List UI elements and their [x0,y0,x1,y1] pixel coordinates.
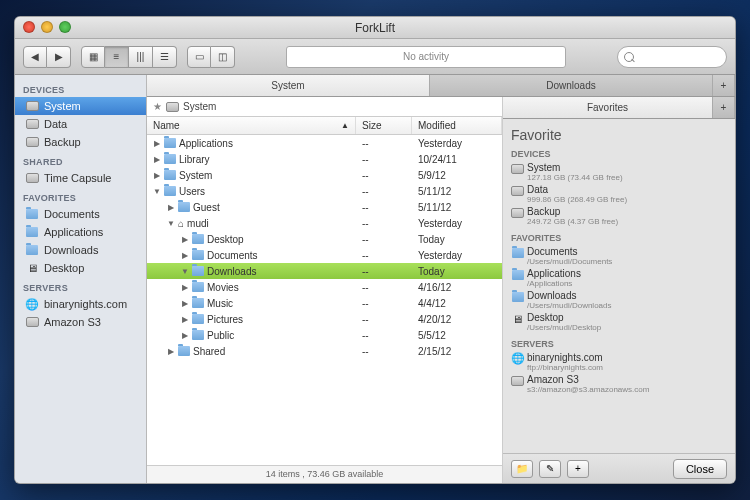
close-icon[interactable] [23,21,35,33]
favorite-item[interactable]: Downloads/Users/mudi/Downloads [511,289,727,311]
sidebar-item-label: binarynights.com [44,298,127,310]
sidebar-item[interactable]: Backup [15,133,146,151]
table-row[interactable]: ▼Users--5/11/12 [147,183,502,199]
dual-pane-button[interactable]: ◫ [211,46,235,68]
table-row[interactable]: ▶Music--4/4/12 [147,295,502,311]
tab[interactable]: System [147,75,430,96]
table-row[interactable]: ▼Downloads--Today [147,263,502,279]
edit-button[interactable]: ✎ [539,460,561,478]
icon-view-button[interactable]: ▦ [81,46,105,68]
single-pane-button[interactable]: ▭ [187,46,211,68]
file-modified: 5/9/12 [412,170,502,181]
disclosure-icon[interactable]: ▶ [181,331,189,340]
file-size: -- [356,138,412,149]
sidebar-item[interactable]: Documents [15,205,146,223]
new-tab-button[interactable]: + [713,97,735,118]
favorite-item[interactable]: System127.18 GB (73.44 GB free) [511,161,727,183]
tab[interactable]: Downloads [430,75,713,96]
file-name: mudi [187,218,209,229]
table-row[interactable]: ▶Movies--4/16/12 [147,279,502,295]
close-button[interactable]: Close [673,459,727,479]
file-modified: 2/15/12 [412,346,502,357]
sidebar-item[interactable]: System [15,97,146,115]
list-view-button[interactable]: ≡ [105,46,129,68]
activity-bar: No activity [286,46,566,68]
table-row[interactable]: ▶Shared--2/15/12 [147,343,502,359]
favorite-star-icon[interactable]: ★ [153,101,162,112]
sidebar-item[interactable]: 🌐binarynights.com [15,295,146,313]
table-row[interactable]: ▶System--5/9/12 [147,167,502,183]
favorite-sub: s3://amazon@s3.amazonaws.com [527,385,727,394]
search-input[interactable] [617,46,727,68]
path-bar[interactable]: ★ System [147,97,502,117]
file-name: Desktop [207,234,244,245]
disclosure-icon[interactable]: ▶ [181,283,189,292]
monitor-icon: 🖥 [27,262,38,274]
add-button[interactable]: + [567,460,589,478]
table-row[interactable]: ▶Library--10/24/11 [147,151,502,167]
disclosure-icon[interactable]: ▼ [181,267,189,276]
favorite-item[interactable]: 🖥Desktop/Users/mudi/Desktop [511,311,727,333]
path-segment[interactable]: System [183,101,216,112]
favorite-item[interactable]: Data999.86 GB (268.49 GB free) [511,183,727,205]
disclosure-icon[interactable]: ▶ [181,251,189,260]
disclosure-icon[interactable]: ▶ [181,235,189,244]
sidebar-item[interactable]: Downloads [15,241,146,259]
disclosure-icon[interactable]: ▼ [153,187,161,196]
folder-icon [512,292,524,302]
table-row[interactable]: ▶Pictures--4/20/12 [147,311,502,327]
titlebar[interactable]: ForkLift [15,17,735,39]
table-row[interactable]: ▼⌂mudi--Yesterday [147,215,502,231]
panel-heading: SERVERS [511,339,727,349]
col-modified[interactable]: Modified [412,117,502,134]
col-size[interactable]: Size [356,117,412,134]
column-view-button[interactable]: ||| [129,46,153,68]
zoom-icon[interactable] [59,21,71,33]
favorite-item[interactable]: Applications/Applications [511,267,727,289]
table-row[interactable]: ▶Documents--Yesterday [147,247,502,263]
favorite-sub: 249.72 GB (4.37 GB free) [527,217,727,226]
favorite-name: Desktop [527,312,727,323]
sidebar-item[interactable]: Amazon S3 [15,313,146,331]
table-row[interactable]: ▶Applications--Yesterday [147,135,502,151]
disclosure-icon[interactable]: ▶ [181,299,189,308]
favorite-item[interactable]: Documents/Users/mudi/Documents [511,245,727,267]
new-tab-button[interactable]: + [713,75,735,96]
favorite-sub: /Applications [527,279,727,288]
favorite-item[interactable]: Amazon S3s3://amazon@s3.amazonaws.com [511,373,727,395]
coverflow-view-button[interactable]: ☰ [153,46,177,68]
disclosure-icon[interactable]: ▶ [167,203,175,212]
table-row[interactable]: ▶Desktop--Today [147,231,502,247]
forward-button[interactable]: ▶ [47,46,71,68]
favorite-sub: /Users/mudi/Documents [527,257,727,266]
file-size: -- [356,186,412,197]
file-modified: Yesterday [412,250,502,261]
sidebar-item[interactable]: 🖥Desktop [15,259,146,277]
drive-icon [26,137,39,147]
back-button[interactable]: ◀ [23,46,47,68]
panel-body: Favorite DEVICESSystem127.18 GB (73.44 G… [503,119,735,453]
sidebar-item[interactable]: Time Capsule [15,169,146,187]
disclosure-icon[interactable]: ▶ [153,171,161,180]
sidebar-heading: DEVICES [15,79,146,97]
file-modified: Today [412,266,502,277]
disclosure-icon[interactable]: ▶ [181,315,189,324]
folder-icon [164,154,176,164]
disclosure-icon[interactable]: ▶ [153,139,161,148]
disclosure-icon[interactable]: ▶ [167,347,175,356]
sidebar-heading: FAVORITES [15,187,146,205]
favorite-item[interactable]: 🌐binarynights.comftp://binarynights.com [511,351,727,373]
panel-heading: DEVICES [511,149,727,159]
file-name: Applications [179,138,233,149]
favorite-item[interactable]: Backup249.72 GB (4.37 GB free) [511,205,727,227]
sidebar-item[interactable]: Data [15,115,146,133]
new-folder-button[interactable]: 📁 [511,460,533,478]
disclosure-icon[interactable]: ▶ [153,155,161,164]
col-name[interactable]: Name▲ [147,117,356,134]
sidebar-item[interactable]: Applications [15,223,146,241]
minimize-icon[interactable] [41,21,53,33]
table-row[interactable]: ▶Public--5/5/12 [147,327,502,343]
tab[interactable]: Favorites [503,97,713,118]
table-row[interactable]: ▶Guest--5/11/12 [147,199,502,215]
disclosure-icon[interactable]: ▼ [167,219,175,228]
